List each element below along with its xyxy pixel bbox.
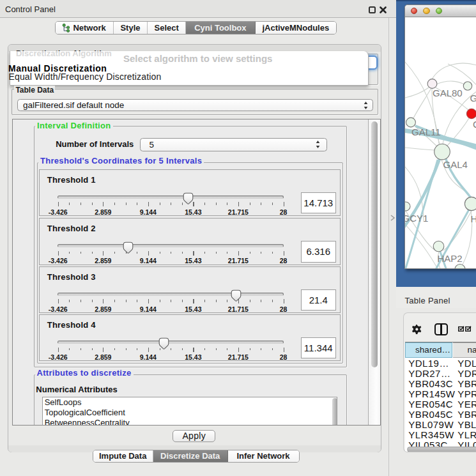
svg-text:GAL4: GAL4 (443, 159, 468, 170)
svg-text:HAP2: HAP2 (438, 253, 463, 264)
svg-text:CO: CO (473, 119, 476, 130)
svg-text:GAL80: GAL80 (433, 88, 463, 98)
svg-text:GCY1: GCY1 (405, 213, 428, 224)
svg-text:HI: HI (471, 213, 476, 224)
svg-text:GA: GA (470, 93, 476, 104)
svg-text:GAL11: GAL11 (411, 127, 441, 137)
